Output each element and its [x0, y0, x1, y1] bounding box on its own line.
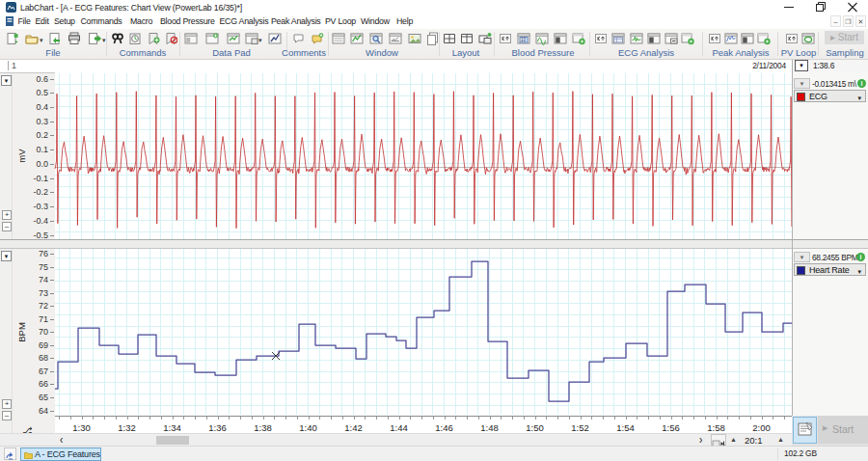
svg-text:10: 10: [521, 38, 527, 42]
